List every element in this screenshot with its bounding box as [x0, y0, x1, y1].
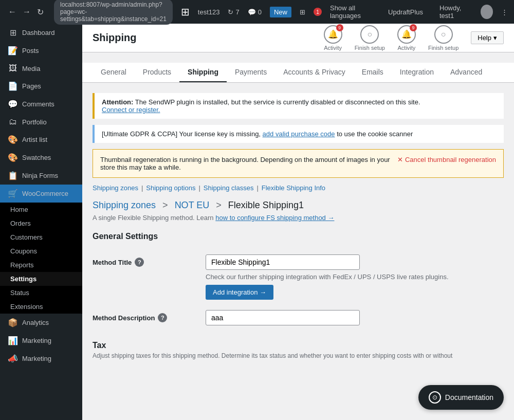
notification-badge: 1 — [314, 8, 322, 16]
finish-setup-2-group[interactable]: ○ Finish setup — [428, 25, 458, 51]
tab-payments[interactable]: Payments — [227, 63, 275, 82]
submenu-home[interactable]: Home — [0, 203, 82, 216]
browser-nav[interactable]: ← → ↻ — [6, 6, 46, 18]
activity-2-icon: 🔔 — [401, 29, 412, 39]
sidebar-item-products[interactable]: 📦 Analytics — [0, 314, 82, 332]
updates-count[interactable]: ↻ 7 — [228, 8, 239, 16]
tab-emails[interactable]: Emails — [354, 63, 392, 82]
tax-description: Adjust shipping taxes for this shipping … — [93, 352, 504, 359]
submenu-coupons[interactable]: Coupons — [0, 244, 82, 258]
activity-2-badge: 9 — [410, 24, 417, 31]
sidebar-label-artist-list: Artist list — [22, 136, 47, 143]
sidebar-item-comments[interactable]: 💬 Comments — [0, 95, 82, 113]
attention-prefix: Attention: — [102, 98, 133, 106]
gdpr-suffix: to use the cookie scanner — [335, 130, 413, 138]
breadcrumb-zones-link[interactable]: Shipping zones — [93, 200, 156, 210]
swatches-icon: 🎨 — [8, 153, 18, 162]
submenu-customers-label: Customers — [10, 233, 43, 241]
tab-products[interactable]: Products — [135, 63, 179, 82]
tab-shipping[interactable]: Shipping — [179, 63, 227, 82]
howdy-label: Howdy, test1 — [439, 4, 472, 20]
gdpr-notice: [Ultimate GDPR & CCPA] Your license key … — [93, 125, 504, 143]
method-description-input[interactable] — [206, 310, 360, 325]
method-description-row: Method Description ? — [93, 305, 504, 331]
sidebar-label-media: Media — [22, 65, 40, 72]
submenu-extensions-label: Extensions — [10, 303, 43, 311]
method-description-help-icon[interactable]: ? — [158, 313, 167, 322]
new-button[interactable]: New — [270, 7, 291, 17]
shipping-classes-link[interactable]: Shipping classes — [204, 184, 254, 192]
add-integration-button[interactable]: Add integration → — [206, 285, 273, 300]
sidebar-item-portfolio[interactable]: 🗂 Portfolio — [0, 113, 82, 131]
sidebar-label-portfolio: Portfolio — [22, 118, 47, 126]
activity-icon-group[interactable]: 🔔 9 Activity — [324, 25, 342, 51]
tab-integration[interactable]: Integration — [392, 63, 442, 82]
help-chevron-icon: ▾ — [493, 34, 497, 42]
sidebar-item-media[interactable]: 🖼 Media — [0, 60, 82, 77]
wc-header-icons: 🔔 9 Activity ○ Finish setup 🔔 9 Activity — [324, 25, 504, 51]
help-button[interactable]: Help ▾ — [471, 31, 504, 44]
activity-2-group[interactable]: 🔔 9 Activity — [397, 25, 416, 51]
thumbnail-text: Thumbnail regeneration is running in the… — [100, 156, 397, 171]
forward-button[interactable]: → — [21, 6, 33, 18]
url-bar[interactable]: localhost:8007/wp-admin/admin.php?page=w… — [54, 0, 173, 25]
connect-register-link[interactable]: Connect or register. — [102, 106, 160, 114]
method-title-row: Method Title ? Check our further shippin… — [93, 249, 504, 305]
sidebar-item-artist-list[interactable]: 🎨 Artist list — [0, 131, 82, 149]
submenu-settings[interactable]: Settings — [0, 272, 82, 286]
tab-advanced[interactable]: Advanced — [442, 63, 490, 82]
sidebar-item-woocommerce[interactable]: 🛒 WooCommerce — [0, 185, 82, 203]
main-content: Shipping 🔔 9 Activity ○ Finish setup 🔔 9 — [82, 24, 514, 420]
finish-setup-2-circle: ○ — [434, 25, 453, 44]
updraft-button[interactable]: UpdraftPlus — [388, 8, 423, 16]
submenu-status[interactable]: Status — [0, 286, 82, 300]
sidebar-label-ninja-forms: Ninja Forms — [22, 172, 58, 179]
site-name[interactable]: test123 — [198, 8, 220, 16]
submenu-customers[interactable]: Customers — [0, 230, 82, 244]
sidebar-item-pages[interactable]: 📄 Pages — [0, 77, 82, 95]
documentation-button[interactable]: ⊙ Documentation — [418, 385, 504, 410]
sidebar-label-dashboard: Dashboard — [22, 29, 55, 36]
back-button[interactable]: ← — [6, 6, 19, 18]
sidebar-item-dashboard[interactable]: ⊞ Dashboard — [0, 24, 82, 42]
finish-setup-1-group[interactable]: ○ Finish setup — [355, 25, 385, 51]
languages-button[interactable]: Show all languages — [330, 4, 380, 20]
cancel-x-icon: ✕ — [397, 156, 403, 163]
sidebar-item-swatches[interactable]: 🎨 Swatches — [0, 149, 82, 167]
sidebar-item-ninja-forms[interactable]: 📋 Ninja Forms — [0, 167, 82, 185]
cancel-regeneration-button[interactable]: ✕ Cancel thumbnail regeneration — [397, 156, 496, 163]
finish-setup-1-label: Finish setup — [355, 45, 385, 51]
method-title-input[interactable] — [206, 254, 360, 270]
admin-menu-icon[interactable]: ⋮ — [501, 8, 508, 16]
breadcrumb-sep-2: > — [216, 200, 224, 210]
finish-setup-2-label: Finish setup — [428, 45, 458, 51]
wp-logo-icon: ⊞ — [300, 8, 305, 16]
submenu-reports[interactable]: Reports — [0, 258, 82, 272]
shipping-zones-link[interactable]: Shipping zones — [93, 184, 138, 192]
sidebar-item-marketing[interactable]: 📣 Marketing — [0, 350, 82, 368]
comment-icon: 💬 — [248, 8, 256, 16]
breadcrumb-current: Flexible Shipping1 — [228, 200, 304, 210]
admin-bar: ← → ↻ localhost:8007/wp-admin/admin.php?… — [0, 0, 514, 24]
notifications[interactable]: 1 — [314, 8, 322, 16]
submenu-extensions[interactable]: Extensions — [0, 300, 82, 314]
shipping-options-link[interactable]: Shipping options — [146, 184, 195, 192]
method-title-help-icon[interactable]: ? — [135, 258, 144, 267]
tab-general[interactable]: General — [93, 63, 135, 82]
fs-configure-link[interactable]: how to configure FS shipping method → — [215, 214, 334, 222]
flexible-shipping-info-link[interactable]: Flexible Shipping Info — [262, 184, 325, 192]
sidebar-item-posts[interactable]: 📝 Posts — [0, 42, 82, 60]
comments-count[interactable]: 💬 0 — [248, 8, 262, 16]
tab-accounts-privacy[interactable]: Accounts & Privacy — [275, 63, 354, 82]
reload-button[interactable]: ↻ — [35, 6, 46, 18]
gdpr-link[interactable]: add valid purchase code — [263, 130, 335, 138]
tax-section: Tax Adjust shipping taxes for this shipp… — [93, 341, 504, 359]
activity-2-circle: 🔔 9 — [397, 25, 416, 44]
shipping-subnav: Shipping zones | Shipping options | Ship… — [93, 184, 504, 192]
submenu-home-label: Home — [10, 206, 28, 213]
sidebar-item-analytics[interactable]: 📊 Marketing — [0, 332, 82, 350]
tax-title: Tax — [93, 341, 504, 350]
submenu-orders[interactable]: Orders — [0, 216, 82, 230]
breadcrumb-not-eu-link[interactable]: NOT EU — [175, 200, 210, 210]
method-description-label: Method Description ? — [93, 313, 206, 322]
